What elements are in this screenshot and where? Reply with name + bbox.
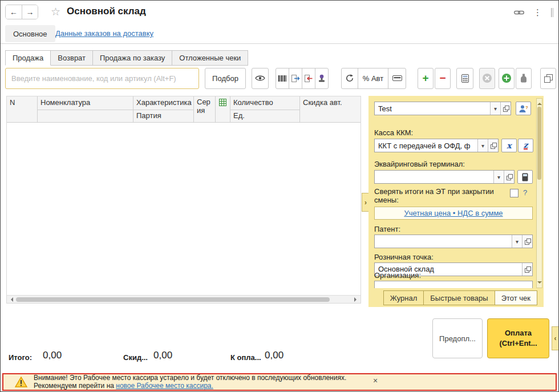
z-report-button[interactable]: z (518, 139, 533, 152)
forward-button[interactable]: → (22, 5, 38, 19)
kkm-input[interactable] (375, 139, 477, 152)
visibility-button[interactable] (252, 68, 269, 89)
auto-discount-button[interactable]: % Авт (358, 68, 388, 89)
panel-tab-quick-goods[interactable]: Быстрые товары (423, 290, 495, 305)
pay-button[interactable]: Оплата (Ctrl+Ent... (487, 318, 549, 358)
history-nav: ← → (5, 5, 38, 19)
chevron-right-icon: › (364, 199, 367, 207)
pay-button-line2: (Ctrl+Ent... (499, 338, 537, 349)
terminal-open-button[interactable] (504, 171, 514, 183)
refresh-button[interactable] (341, 68, 358, 89)
panel-vertical-scrollbar[interactable] (536, 98, 542, 288)
reconcile-checkbox[interactable] (510, 189, 519, 197)
barcode-button[interactable] (276, 68, 289, 89)
open-icon (491, 143, 496, 148)
excise-button[interactable] (516, 68, 532, 89)
hscroll-thumb[interactable] (16, 297, 330, 302)
prepayment-button[interactable]: Предопл... (432, 318, 483, 358)
hscroll-right-arrow[interactable] (353, 297, 360, 302)
patent-open-button[interactable] (522, 235, 532, 248)
pinpad-button[interactable] (517, 170, 533, 184)
cashier-open-button[interactable] (500, 102, 511, 115)
warning-line1: Внимание! Это Рабочее место кассира уста… (34, 374, 346, 382)
to-pay-label: К опла... (230, 353, 261, 362)
open-window-button[interactable] (540, 68, 556, 89)
patent-dropdown-button[interactable]: ▾ (512, 235, 522, 248)
organization-field[interactable] (374, 281, 533, 288)
stamp-icon (318, 74, 326, 82)
cashier-settings-panel: ▾ ? Касса ККМ: ▾ x z Эквайринговый терми… (368, 96, 544, 307)
receipt-items-table: N Номенклатура ХарактеристикаПартия Сери… (6, 96, 361, 304)
price-type-link[interactable]: Учетная цена • НДС в сумме (404, 209, 503, 217)
load-document-button[interactable] (302, 68, 315, 89)
search-input[interactable] (5, 68, 199, 89)
vscroll-up-arrow[interactable] (537, 100, 542, 105)
col-n[interactable]: N (7, 96, 38, 122)
discount-group: % Авт (341, 68, 406, 89)
col-unit: Ед. (230, 110, 299, 122)
terminal-input[interactable] (375, 171, 493, 183)
col-auto-discount[interactable]: Скидка авт. (300, 96, 360, 122)
tab-deferred-receipts[interactable]: Отложенные чеки (172, 50, 248, 66)
panel-tabs: Журнал Быстрые товары Этот чек (384, 290, 537, 305)
tab-sale[interactable]: Продажа (5, 50, 51, 66)
table-hscrollbar[interactable] (7, 295, 360, 303)
tab-sale-by-order[interactable]: Продажа по заказу (92, 50, 172, 66)
pick-button[interactable]: Подбор (205, 68, 246, 89)
card-reader-button[interactable] (388, 68, 406, 89)
price-check-button[interactable] (289, 68, 302, 89)
total-label: Итого: (9, 353, 32, 362)
cashier-dropdown-button[interactable]: ▾ (490, 102, 500, 115)
add-row-button[interactable]: + (418, 68, 434, 89)
open-icon (525, 239, 530, 244)
warning-line2-prefix: Рекомендуем перейти на (34, 382, 116, 390)
total-value: 0,00 (43, 350, 62, 361)
doc-arrow-red-icon (305, 75, 313, 82)
kkm-open-button[interactable] (488, 139, 498, 152)
remove-row-button[interactable]: − (435, 68, 451, 89)
side-collapse-button[interactable]: ‹ (552, 326, 559, 350)
table-body-empty[interactable] (7, 123, 360, 296)
select-cashier-button[interactable]: ? (516, 102, 531, 115)
stamp-button[interactable] (315, 68, 329, 89)
get-link-icon[interactable] (514, 10, 524, 15)
retail-point-open-button[interactable] (522, 263, 532, 276)
panel-tab-journal[interactable]: Журнал (383, 290, 424, 305)
kkm-combo: ▾ (374, 139, 499, 152)
back-button[interactable]: ← (6, 5, 22, 19)
terminal-dropdown-button[interactable]: ▾ (493, 171, 504, 183)
tab-main[interactable]: Основное (5, 25, 55, 42)
vscroll-down-arrow[interactable] (537, 281, 542, 286)
discount-value: 0,00 (153, 350, 172, 361)
col-marking[interactable] (216, 96, 230, 122)
deprecation-warning-banner: Внимание! Это Рабочее место кассира уста… (2, 373, 557, 391)
calculator-button[interactable] (456, 68, 473, 89)
plus-circle-icon (501, 73, 512, 83)
z-report-icon: z (524, 142, 528, 149)
hscroll-left-arrow[interactable] (7, 297, 15, 302)
patent-label: Патент: (374, 225, 400, 233)
favorite-star-icon[interactable]: ☆ (51, 5, 60, 18)
to-pay-value: 0,00 (265, 350, 283, 361)
add-item-button[interactable] (499, 68, 515, 89)
kkm-dropdown-button[interactable]: ▾ (477, 139, 488, 152)
panel-tab-this-receipt[interactable]: Этот чек (495, 290, 537, 305)
barcode-group (276, 68, 329, 89)
cashier-input[interactable] (375, 102, 490, 115)
col-characteristic[interactable]: ХарактеристикаПартия (133, 96, 194, 122)
chevron-left-icon: ‹ (554, 334, 557, 342)
terminal-combo: ▾ (374, 170, 515, 184)
patent-input[interactable] (375, 235, 512, 248)
reconcile-help-icon[interactable]: ? (523, 188, 527, 197)
col-series[interactable]: Серия (194, 96, 216, 122)
x-report-button[interactable]: x (501, 139, 517, 152)
more-menu-icon[interactable]: ⋮ (533, 7, 542, 18)
tab-return[interactable]: Возврат (50, 50, 93, 66)
cancel-receipt-button[interactable] (479, 68, 495, 89)
vscroll-thumb[interactable] (537, 107, 541, 180)
warning-close-button[interactable]: × (373, 376, 378, 385)
delivery-orders-link[interactable]: Данные заказов на доставку (55, 29, 153, 38)
col-quantity[interactable]: КоличествоЕд. (230, 96, 300, 122)
col-nomenclature[interactable]: Номенклатура (38, 96, 133, 122)
new-workplace-link[interactable]: новое Рабочее место кассира. (116, 382, 213, 390)
